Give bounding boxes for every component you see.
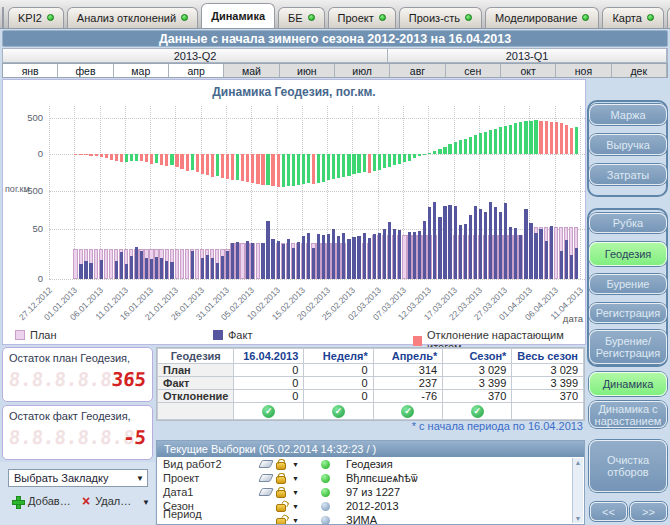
month-cell-июл[interactable]: июл: [335, 64, 390, 77]
eraser-icon[interactable]: [258, 460, 274, 468]
table-cell: 0: [304, 390, 373, 403]
tab-БЕ[interactable]: БЕ: [278, 7, 325, 28]
deviation-bar: [342, 154, 345, 177]
sidebar-button-Динамика[interactable]: Динамика: [589, 372, 667, 396]
fact-bar: [317, 234, 320, 279]
deviation-bar: [175, 154, 178, 167]
table-cell: 0: [304, 377, 373, 390]
month-label: апр: [187, 65, 204, 77]
selection-row[interactable]: Дата1▼97 из 1227: [157, 485, 584, 499]
month-cell-янв[interactable]: янв: [3, 64, 58, 77]
delete-bookmark-button[interactable]: × Удал…: [82, 495, 131, 507]
sidebar-button-Очистка-отборов[interactable]: Очистка отборов: [589, 440, 667, 492]
dropdown-arrow-icon[interactable]: ▼: [292, 475, 299, 482]
fact-bar: [165, 261, 168, 279]
month-cell-авг[interactable]: авг: [390, 64, 445, 77]
scroll-up-icon[interactable]: ▲: [575, 459, 582, 466]
tab-partial[interactable]: [2, 7, 4, 28]
sidebar-button-Регистрация[interactable]: Регистрация: [589, 303, 667, 323]
month-cell-окт[interactable]: окт: [501, 64, 556, 77]
deviation-bar: [337, 154, 340, 178]
selection-row[interactable]: Проект▼Вђлпєшеѧћѣѿ: [157, 471, 584, 485]
sidebar-button-Маржа[interactable]: Маржа: [589, 104, 667, 125]
deviation-bar: [403, 154, 406, 162]
eraser-icon[interactable]: [258, 488, 274, 496]
table-cell: 3 029: [443, 364, 512, 377]
quarter-cell[interactable]: 2013-Q1: [388, 49, 667, 62]
month-cell-ноя[interactable]: ноя: [556, 64, 611, 77]
dropdown-arrow-icon[interactable]: ▼: [292, 517, 299, 524]
chevron-down-icon[interactable]: ▼: [142, 498, 150, 507]
bookmark-select[interactable]: Выбрать Закладку ▼: [8, 469, 148, 487]
sidebar-button-Бурение[interactable]: Бурение: [589, 274, 667, 294]
selection-row[interactable]: Вид работ2▼Геодезия: [157, 457, 584, 471]
table-cell: [512, 403, 584, 420]
quarter-label: 2013-Q2: [174, 50, 217, 62]
sidebar-button-Выручка[interactable]: Выручка: [589, 134, 667, 155]
fact-bar: [514, 228, 517, 279]
month-cell-май[interactable]: май: [224, 64, 279, 77]
sidebar-button-Динамика-с-нарастанием[interactable]: Динамика с нарастанием: [589, 401, 667, 428]
deviation-bar: [479, 133, 482, 154]
x-axis-label: дата: [543, 313, 583, 324]
deviation-bar: [555, 122, 558, 154]
tab-status-icon: [379, 14, 386, 21]
fact-bar: [383, 229, 386, 279]
pager-prev-button[interactable]: <<: [590, 502, 627, 521]
month-cell-мар[interactable]: мар: [114, 64, 169, 77]
month-cell-сен[interactable]: сен: [446, 64, 501, 77]
sidebar-button-Бурение-Регистрация[interactable]: Бурение/ Регистрация: [589, 330, 667, 364]
sidebar-button-Затраты[interactable]: Затраты: [589, 164, 667, 185]
fact-bar: [100, 260, 103, 279]
dropdown-arrow-icon[interactable]: ▼: [292, 489, 299, 496]
month-cell-апр[interactable]: апр: [169, 64, 224, 77]
sidebar-button-Геодезия[interactable]: Геодезия: [589, 242, 667, 266]
unlock-icon[interactable]: [276, 518, 286, 525]
lock-icon[interactable]: [276, 462, 286, 470]
month-cell-июн[interactable]: июн: [280, 64, 335, 77]
fact-bar: [307, 233, 310, 279]
month-cell-фев[interactable]: фев: [58, 64, 113, 77]
filter-icons: ▼: [239, 515, 299, 525]
tab-KPI2[interactable]: KPI2: [8, 7, 64, 28]
deviation-bar: [575, 127, 578, 154]
sidebar-button-label: Очистка отборов: [589, 454, 667, 478]
lock-icon[interactable]: [276, 490, 286, 498]
table-cell: 237: [373, 377, 442, 390]
tab-Анализ отклонений[interactable]: Анализ отклонений: [67, 7, 198, 28]
deviation-bar: [368, 154, 371, 173]
deviation-bar: [499, 127, 502, 154]
tab-Произ-сть[interactable]: Произ-сть: [399, 7, 482, 28]
deviation-bar: [206, 154, 209, 175]
legend-swatch: [15, 330, 25, 340]
deviation-bar: [170, 154, 173, 165]
plot-area: 27.12.201201.01.201306.01.201311.01.2013…: [49, 106, 585, 280]
scroll-down-icon[interactable]: ▼: [575, 515, 582, 522]
table-cell: 0: [234, 377, 304, 390]
dropdown-arrow-icon[interactable]: ▼: [292, 461, 299, 468]
deviation-bar: [221, 154, 224, 178]
deviation-bar: [509, 125, 512, 154]
unlock-icon[interactable]: [276, 504, 286, 512]
deviation-bar: [271, 154, 274, 186]
fact-bar: [499, 212, 502, 279]
fact-bar: [277, 241, 280, 279]
selections-scrollbar[interactable]: ▲ ▼: [572, 458, 583, 523]
tab-Карта[interactable]: Карта: [602, 7, 663, 28]
deviation-bar: [433, 151, 436, 154]
tab-status-icon: [181, 14, 188, 21]
tab-Проект[interactable]: Проект: [328, 7, 396, 28]
tab-Моделирование[interactable]: Моделирование: [485, 7, 599, 28]
lock-icon[interactable]: [276, 476, 286, 484]
selection-row[interactable]: Период сезона▼ЗИМА: [157, 513, 584, 525]
month-cell-дек[interactable]: дек: [612, 64, 667, 77]
deviation-bar: [545, 121, 548, 154]
eraser-icon[interactable]: [258, 474, 274, 482]
pager-next-button[interactable]: >>: [630, 502, 667, 521]
dropdown-arrow-icon[interactable]: ▼: [292, 503, 299, 510]
sidebar-button-Рубка[interactable]: Рубка: [589, 213, 667, 233]
tab-Динамика[interactable]: Динамика: [201, 3, 275, 28]
fact-bar: [266, 221, 269, 279]
quarter-cell[interactable]: 2013-Q2: [3, 49, 388, 62]
add-bookmark-button[interactable]: Добав…: [12, 495, 71, 507]
